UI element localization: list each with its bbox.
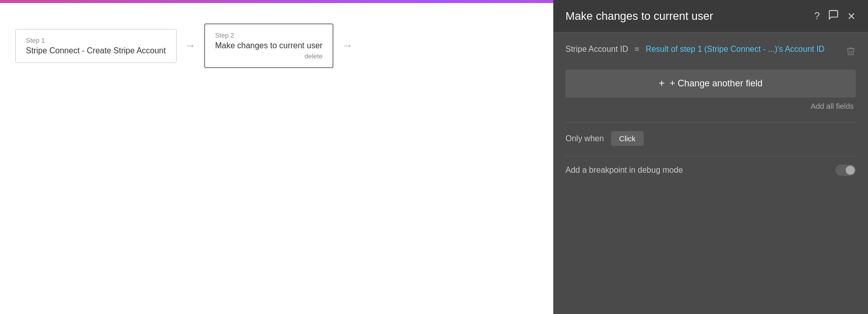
panel-header-icons: ? ✕ xyxy=(814,9,856,23)
divider xyxy=(565,122,856,123)
breakpoint-row: Add a breakpoint in debug mode xyxy=(565,165,856,176)
field-label: Stripe Account ID xyxy=(565,45,628,53)
field-value[interactable]: Result of step 1 (Stripe Connect - ...)'… xyxy=(646,45,825,53)
steps-container: Step 1 Stripe Connect - Create Stripe Ac… xyxy=(15,23,355,68)
only-when-label: Only when xyxy=(565,134,604,143)
step-2-box[interactable]: Step 2 Make changes to current user dele… xyxy=(204,23,334,68)
step-2-label: Step 2 xyxy=(215,32,323,39)
change-another-field-button[interactable]: + + Change another field xyxy=(565,70,856,98)
panel-header: Make changes to current user ? ✕ xyxy=(553,0,868,33)
step-1-label: Step 1 xyxy=(26,37,166,44)
panel-title: Make changes to current user xyxy=(565,10,713,23)
comment-icon[interactable] xyxy=(828,9,839,23)
step-1-title: Stripe Connect - Create Stripe Account xyxy=(26,46,166,55)
breakpoint-label: Add a breakpoint in debug mode xyxy=(565,166,683,175)
add-all-fields-link[interactable]: Add all fields xyxy=(565,102,856,110)
arrow-2: → xyxy=(342,39,353,52)
panel-content: Stripe Account ID = Result of step 1 (St… xyxy=(553,33,868,314)
help-icon[interactable]: ? xyxy=(814,10,820,22)
toggle-knob xyxy=(846,166,855,175)
right-panel: Make changes to current user ? ✕ Stripe … xyxy=(553,0,868,314)
plus-icon: + xyxy=(659,78,665,89)
field-equals: = xyxy=(635,45,639,53)
step-1-box[interactable]: Step 1 Stripe Connect - Create Stripe Ac… xyxy=(15,29,177,63)
step-2-title: Make changes to current user xyxy=(215,41,323,50)
close-icon[interactable]: ✕ xyxy=(847,10,856,22)
divider-2 xyxy=(565,156,856,156)
field-info: Stripe Account ID = Result of step 1 (St… xyxy=(565,45,840,54)
field-row: Stripe Account ID = Result of step 1 (St… xyxy=(565,45,856,59)
click-badge[interactable]: Click xyxy=(611,131,644,146)
arrow-1: → xyxy=(185,39,196,52)
step-2-delete[interactable]: delete xyxy=(215,52,323,60)
only-when-row: Only when Click xyxy=(565,131,856,146)
breakpoint-toggle[interactable] xyxy=(836,165,856,176)
change-field-label: + Change another field xyxy=(670,78,763,89)
field-delete-icon[interactable] xyxy=(846,46,856,59)
